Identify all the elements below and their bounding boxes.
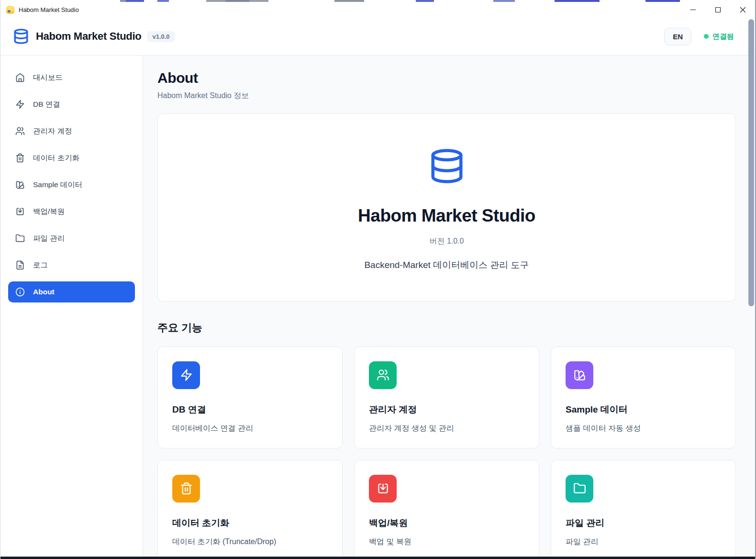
feature-icon-badge <box>172 475 200 503</box>
sidebar-item-label: DB 연결 <box>33 100 60 110</box>
feature-card-file-management: 파일 관리파일 관리 <box>551 460 736 559</box>
sidebar-item-data-reset[interactable]: 데이터 초기화 <box>8 147 135 169</box>
app-title: Habom Market Studio <box>36 30 141 43</box>
file-text-icon <box>15 260 25 270</box>
sidebar-item-db-connection[interactable]: DB 연결 <box>8 94 135 115</box>
folder-icon <box>15 234 25 243</box>
sidebar-item-backup-restore[interactable]: 백업/복원 <box>8 201 135 223</box>
hero-app-name: Habom Market Studio <box>358 206 535 226</box>
feature-card-sample-data: Sample 데이터샘플 데이터 자동 생성 <box>551 347 736 448</box>
app-window: Habom Market Studio Habom Market Studio … <box>0 0 756 559</box>
app-header: Habom Market Studio v1.0.0 EN 연결됨 <box>0 18 755 56</box>
home-icon <box>15 73 25 82</box>
feature-title: 백업/복원 <box>369 517 524 529</box>
hero-description: Backend-Market 데이터베이스 관리 도구 <box>364 259 529 271</box>
minimize-button[interactable] <box>680 2 705 18</box>
feature-description: 샘플 데이터 자동 생성 <box>566 424 721 434</box>
info-icon <box>15 287 25 297</box>
sidebar-item-about[interactable]: About <box>8 281 135 302</box>
app-icon <box>6 6 14 14</box>
window-controls <box>680 2 755 18</box>
zap-icon <box>15 100 25 109</box>
sidebar-item-label: 파일 관리 <box>33 234 65 244</box>
about-hero-card: Habom Market Studio 버전 1.0.0 Backend-Mar… <box>157 113 736 302</box>
titlebar-title: Habom Market Studio <box>19 6 79 13</box>
scrollbar-thumb[interactable] <box>748 19 754 306</box>
feature-icon-badge <box>172 361 200 389</box>
connection-status-dot <box>704 34 709 39</box>
feature-description: 데이터 초기화 (Truncate/Drop) <box>172 537 328 547</box>
hero-version: 버전 1.0.0 <box>429 236 464 246</box>
connection-status-label: 연결됨 <box>712 32 734 41</box>
main-content: About Habom Market Studio 정보 Habom Marke… <box>143 56 755 559</box>
scrollbar-track[interactable] <box>748 18 754 556</box>
trash-icon <box>15 153 25 163</box>
window-bottom-edge <box>0 557 755 559</box>
feature-description: 파일 관리 <box>566 537 721 547</box>
feature-card-db-connection: DB 연결데이터베이스 연결 관리 <box>157 347 343 448</box>
sidebar-item-label: About <box>33 288 55 296</box>
features-grid: DB 연결데이터베이스 연결 관리관리자 계정관리자 계정 생성 및 관리Sam… <box>157 347 736 559</box>
import-icon <box>377 482 389 495</box>
minimize-icon <box>689 6 697 13</box>
database-logo-icon <box>13 28 29 45</box>
titlebar[interactable]: Habom Market Studio <box>0 2 755 18</box>
sidebar-item-sample-data[interactable]: Sample 데이터 <box>8 174 135 196</box>
sidebar-nav: 대시보드DB 연결관리자 계정데이터 초기화Sample 데이터백업/복원파일 … <box>0 56 143 559</box>
sidebar-item-file-management[interactable]: 파일 관리 <box>8 228 135 249</box>
maximize-button[interactable] <box>705 2 730 18</box>
feature-card-backup-restore: 백업/복원백업 및 복원 <box>354 460 539 559</box>
sidebar-item-label: 데이터 초기화 <box>33 153 79 163</box>
page-subtitle: Habom Market Studio 정보 <box>157 91 736 101</box>
feature-title: Sample 데이터 <box>566 403 721 416</box>
feature-icon-badge <box>566 475 593 503</box>
feature-icon-badge <box>566 361 593 389</box>
feature-description: 데이터베이스 연결 관리 <box>172 424 328 434</box>
feature-title: 파일 관리 <box>566 517 721 529</box>
folder-icon <box>573 482 586 495</box>
feature-title: 데이터 초기화 <box>172 517 328 529</box>
maximize-icon <box>714 6 722 13</box>
swatch-icon <box>573 369 586 381</box>
zap-icon <box>180 369 193 381</box>
features-heading: 주요 기능 <box>157 321 736 335</box>
import-icon <box>15 207 25 216</box>
sidebar-item-label: 로그 <box>33 260 48 270</box>
users-icon <box>15 126 25 136</box>
feature-title: 관리자 계정 <box>369 403 524 416</box>
page-title: About <box>157 70 736 86</box>
language-toggle-button[interactable]: EN <box>664 28 691 45</box>
connection-status: 연결됨 <box>704 32 734 41</box>
feature-card-data-reset: 데이터 초기화데이터 초기화 (Truncate/Drop) <box>157 460 343 559</box>
swatch-icon <box>15 180 25 190</box>
database-hero-icon <box>428 147 466 185</box>
sidebar-item-dashboard[interactable]: 대시보드 <box>8 67 135 89</box>
users-icon <box>377 369 389 381</box>
feature-icon-badge <box>369 475 397 503</box>
version-badge: v1.0.0 <box>147 31 175 42</box>
sidebar-item-label: Sample 데이터 <box>33 180 82 190</box>
sidebar-item-label: 관리자 계정 <box>33 126 72 136</box>
close-icon <box>739 6 746 13</box>
feature-description: 백업 및 복원 <box>369 537 524 547</box>
sidebar-item-logs[interactable]: 로그 <box>8 255 135 276</box>
close-button[interactable] <box>730 2 755 18</box>
feature-title: DB 연결 <box>172 403 328 416</box>
sidebar-item-admin-accounts[interactable]: 관리자 계정 <box>8 121 135 142</box>
feature-card-admin-accounts: 관리자 계정관리자 계정 생성 및 관리 <box>354 347 539 448</box>
feature-description: 관리자 계정 생성 및 관리 <box>369 424 524 434</box>
trash-icon <box>180 482 193 495</box>
sidebar-item-label: 백업/복원 <box>33 207 65 217</box>
feature-icon-badge <box>369 361 397 389</box>
sidebar-item-label: 대시보드 <box>33 73 63 83</box>
